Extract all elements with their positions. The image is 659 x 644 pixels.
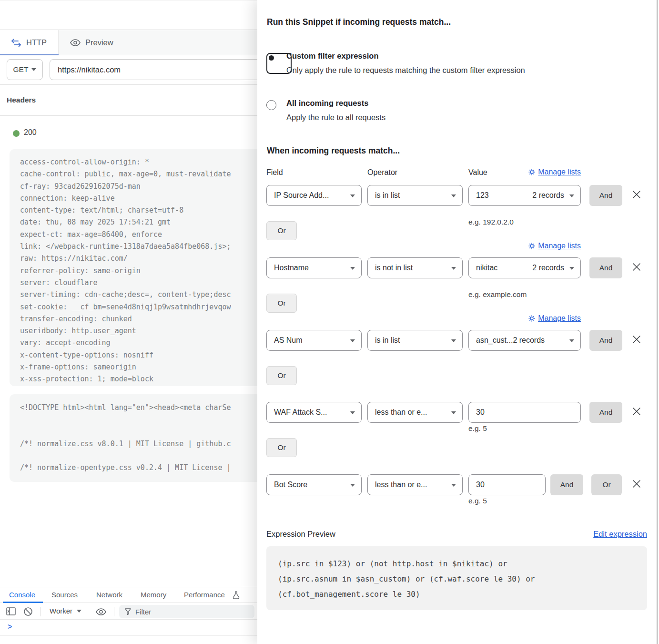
value-hint: e.g. 192.0.2.0 (468, 218, 514, 226)
operator-select[interactable]: is in list (367, 185, 463, 206)
http-client-panel: HTTP Preview GET Headers 200 access-cont… (0, 0, 257, 644)
close-icon (632, 190, 641, 199)
operator-select[interactable]: is in list (367, 330, 463, 351)
or-button[interactable]: Or (266, 366, 297, 385)
field-select[interactable]: Hostname (266, 257, 362, 278)
remove-condition-button[interactable] (632, 190, 642, 200)
http-preview-tabstrip: HTTP Preview (0, 30, 257, 55)
list-record-count: 2 records (532, 264, 564, 272)
tab-console[interactable]: Console (9, 591, 35, 599)
value-list-select[interactable]: 1232 records (468, 185, 581, 206)
screen: HTTP Preview GET Headers 200 access-cont… (0, 0, 659, 644)
tab-preview[interactable]: Preview (59, 30, 113, 55)
devtools-drawer: Console Sources Network Memory Performan… (0, 587, 257, 644)
clear-console-icon[interactable] (23, 607, 33, 616)
tab-memory[interactable]: Memory (141, 591, 166, 599)
value-hint: e.g. example.com (468, 290, 527, 299)
remove-condition-button[interactable] (632, 335, 642, 345)
column-label-field: Field (266, 168, 283, 177)
column-label-value: Value (468, 168, 487, 177)
dock-sidebar-icon[interactable] (6, 607, 16, 615)
field-select[interactable]: AS Num (266, 330, 362, 351)
chevron-down-icon (569, 194, 574, 197)
value-input[interactable]: 30 (468, 474, 546, 495)
value-text: 30 (476, 480, 485, 489)
chevron-down-icon (451, 411, 456, 414)
remove-condition-button[interactable] (632, 263, 642, 272)
chevron-down-icon (569, 339, 574, 342)
request-row: GET (0, 55, 257, 85)
or-append-button[interactable]: Or (591, 474, 622, 495)
list-name: 123 (476, 191, 532, 200)
worker-dropdown[interactable]: Worker (50, 607, 81, 615)
tab-network[interactable]: Network (96, 591, 122, 599)
gear-icon (528, 315, 535, 322)
tab-performance[interactable]: Performance (184, 591, 225, 599)
chevron-down-icon (451, 484, 456, 487)
eye-icon (70, 39, 81, 46)
field-select-value: IP Source Add... (274, 191, 345, 200)
devtools-toolbar: Worker (0, 603, 257, 620)
console-filter[interactable] (119, 605, 254, 618)
funnel-icon (125, 608, 131, 615)
close-icon (632, 407, 641, 416)
list-record-count: 2 records (513, 336, 545, 345)
and-button[interactable]: And (589, 185, 622, 206)
eye-watch-icon[interactable] (96, 608, 106, 615)
or-button[interactable]: Or (266, 221, 297, 240)
manage-lists-link[interactable]: Manage lists (528, 168, 581, 176)
or-button[interactable]: Or (266, 438, 297, 457)
value-hint: e.g. 5 (468, 497, 487, 505)
swap-arrows-icon (11, 39, 21, 47)
chevron-down-icon (350, 267, 355, 270)
chevron-down-icon (451, 194, 456, 197)
operator-select[interactable]: less than or e... (367, 402, 463, 423)
value-text: 30 (476, 408, 485, 417)
operator-select[interactable]: less than or e... (367, 474, 463, 495)
response-headers-text: access-control-allow-origin: * cache-con… (20, 156, 257, 386)
operator-select[interactable]: is not in list (367, 257, 463, 278)
filter-input[interactable] (135, 608, 231, 616)
manage-lists-label: Manage lists (538, 242, 581, 250)
edit-expression-link[interactable]: Edit expression (593, 530, 647, 539)
and-button[interactable]: And (589, 330, 622, 351)
radio-custom-filter-label[interactable]: Custom filter expression (286, 51, 378, 61)
console-tab-underline (3, 602, 43, 603)
value-input[interactable]: 30 (468, 402, 581, 423)
or-button[interactable]: Or (266, 294, 297, 313)
toolbar-divider (114, 607, 114, 616)
radio-all-requests-label[interactable]: All incoming requests (286, 99, 368, 108)
field-select-value: AS Num (274, 336, 345, 345)
remove-condition-button[interactable] (632, 407, 642, 417)
manage-lists-link[interactable]: Manage lists (528, 242, 581, 250)
flask-icon (233, 591, 240, 599)
expression-preview-box: (ip.src in $123) or (not http.host in $n… (266, 546, 647, 610)
field-select[interactable]: Bot Score (266, 474, 362, 495)
close-icon (632, 480, 641, 488)
tab-sources[interactable]: Sources (51, 591, 78, 599)
and-button[interactable]: And (589, 402, 622, 423)
field-select[interactable]: IP Source Add... (266, 185, 362, 206)
value-list-select[interactable]: nikitac2 records (468, 257, 581, 278)
url-input[interactable] (50, 59, 257, 80)
method-dropdown[interactable]: GET (7, 59, 43, 80)
console-prompt[interactable]: > (8, 623, 12, 631)
value-list-select[interactable]: asn_cust...2 records (468, 330, 581, 351)
radio-all-requests[interactable] (266, 100, 276, 110)
manage-lists-link[interactable]: Manage lists (528, 314, 581, 323)
close-icon (632, 335, 641, 344)
and-button[interactable]: And (550, 474, 583, 495)
tab-http[interactable]: HTTP (0, 30, 59, 55)
match-heading: When incoming requests match... (267, 146, 400, 156)
operator-select-value: is not in list (375, 264, 446, 272)
list-record-count: 2 records (532, 191, 564, 200)
toolbar-divider (40, 607, 41, 616)
method-label: GET (13, 65, 29, 74)
field-select[interactable]: WAF Attack S... (266, 402, 362, 423)
manage-lists-label: Manage lists (538, 168, 581, 176)
remove-condition-button[interactable] (632, 480, 642, 489)
chevron-down-icon (569, 267, 574, 270)
headers-section-title: Headers (7, 96, 36, 104)
response-headers-block: access-control-allow-origin: * cache-con… (10, 149, 257, 386)
and-button[interactable]: And (589, 257, 622, 278)
